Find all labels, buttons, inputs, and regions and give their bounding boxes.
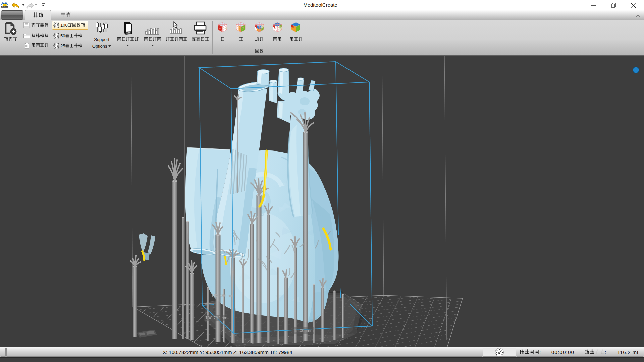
svg-text:100.782mm: 100.782mm	[205, 316, 227, 320]
svg-text:95.005mm: 95.005mm	[294, 328, 314, 333]
svg-text:163.386mm: 163.386mm	[211, 293, 233, 298]
